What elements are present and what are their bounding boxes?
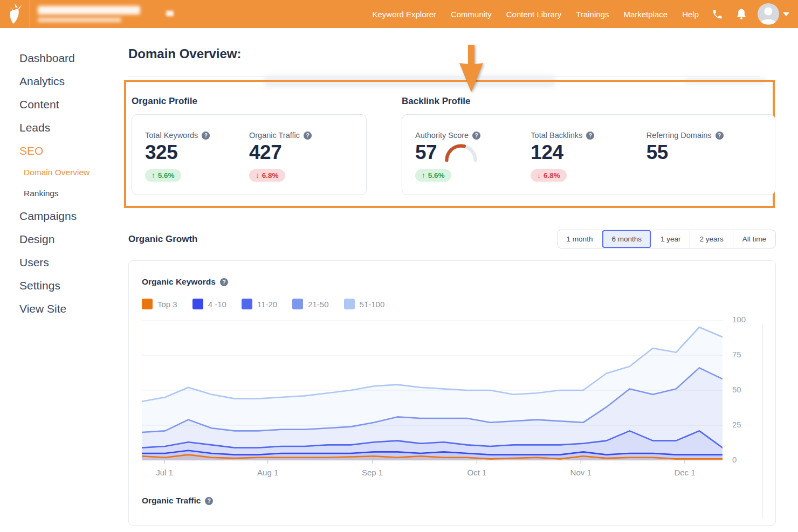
metric-total-keywords: Total Keywords ? 325 ↑ 5.6% [145, 131, 249, 182]
legend-label: Top 3 [157, 300, 177, 309]
sidebar-item-domain-overview[interactable]: Domain Overview [24, 168, 128, 177]
legend-item[interactable]: 21-50 [292, 299, 328, 309]
nav-trainings[interactable]: Trainings [576, 10, 609, 19]
legend-swatch [292, 299, 303, 309]
metric-label: Authority Score [415, 131, 469, 140]
x-axis-label: Dec 1 [674, 468, 695, 477]
phone-icon[interactable] [712, 9, 723, 20]
legend-item[interactable]: 51-100 [344, 299, 385, 309]
sidebar-item-content[interactable]: Content [19, 98, 128, 111]
trend-arrow-icon: ↑ [422, 171, 425, 179]
organic-profile-title: Organic Profile [132, 96, 367, 107]
range-1-month[interactable]: 1 month [558, 230, 603, 248]
metric-value: 124 [531, 142, 646, 164]
trend-arrow-icon: ↓ [537, 171, 541, 179]
metric-label: Referring Domains [646, 131, 712, 140]
metric-total-backlinks: Total Backlinks ? 124 ↓ 6.8% [531, 131, 646, 182]
annotation-highlight-box: Organic Profile Total Keywords ? 325 [124, 80, 775, 208]
organic-keywords-chart-title: Organic Keywords [142, 277, 216, 287]
account-switcher[interactable] [37, 0, 188, 28]
trend-arrow-icon: ↓ [256, 171, 259, 179]
legend-swatch [142, 299, 153, 309]
delta-badge: ↑ 5.6% [415, 169, 451, 182]
sidebar-item-view-site[interactable]: View Site [19, 302, 128, 315]
metric-organic-traffic: Organic Traffic ? 427 ↓ 6.8% [249, 131, 353, 182]
x-axis-label: Aug 1 [257, 468, 278, 477]
organic-profile-card: Total Keywords ? 325 ↑ 5.6% [132, 114, 367, 195]
nav-help[interactable]: Help [682, 10, 699, 19]
y-axis-label: 25 [732, 420, 741, 429]
x-axis-label: Oct 1 [467, 468, 486, 477]
help-icon[interactable]: ? [472, 132, 480, 140]
legend-swatch [242, 299, 252, 309]
nav-community[interactable]: Community [451, 10, 492, 19]
organic-growth-card: Organic Keywords ? Top 34 -1011-2021-505… [128, 260, 776, 526]
chevron-down-icon[interactable] [783, 12, 789, 16]
brand-logo[interactable] [0, 0, 30, 28]
help-icon[interactable]: ? [205, 497, 213, 505]
nav-marketplace[interactable]: Marketplace [623, 10, 668, 19]
authority-score-gauge [444, 143, 478, 162]
organic-traffic-chart-title: Organic Traffic [142, 496, 201, 506]
legend-label: 21-50 [308, 300, 328, 309]
legend-label: 51-100 [360, 300, 385, 309]
legend-label: 11-20 [257, 300, 277, 309]
metric-value: 55 [646, 142, 762, 164]
organic-keywords-chart: Jul 1Aug 1Sep 1Oct 1Nov 1Dec 1 025507510… [142, 320, 723, 480]
sidebar-item-rankings[interactable]: Rankings [24, 189, 128, 198]
top-navigation: Keyword Explorer Community Content Libra… [372, 10, 699, 19]
nav-content-library[interactable]: Content Library [506, 10, 562, 19]
sidebar: Dashboard Analytics Content Leads SEO Do… [0, 28, 128, 532]
chart-legend: Top 34 -1011-2021-5051-100 [142, 299, 762, 309]
annotation-arrow-icon [456, 45, 486, 93]
sidebar-item-leads[interactable]: Leads [19, 121, 128, 134]
metric-value: 57 [415, 142, 531, 164]
user-silhouette-icon [758, 3, 779, 25]
delta-badge: ↓ 6.8% [531, 169, 567, 182]
y-axis-label: 100 [732, 315, 746, 324]
x-axis-label: Nov 1 [570, 468, 591, 477]
metric-label: Total Keywords [145, 131, 198, 140]
x-axis-label: Sep 1 [362, 468, 383, 477]
metric-label: Organic Traffic [249, 131, 300, 140]
avatar[interactable] [758, 3, 779, 25]
y-axis-label: 75 [732, 350, 741, 359]
help-icon[interactable]: ? [220, 278, 228, 286]
area-chart-canvas [142, 320, 723, 465]
delta-badge: ↑ 5.6% [145, 169, 181, 182]
metric-value: 427 [249, 142, 353, 164]
time-range-selector: 1 month 6 months 1 year 2 years All time [557, 230, 776, 248]
sidebar-item-settings[interactable]: Settings [19, 279, 128, 292]
legend-item[interactable]: 11-20 [242, 299, 277, 309]
scrollbar-track[interactable] [762, 324, 763, 519]
range-1-year[interactable]: 1 year [651, 230, 691, 248]
page-title: Domain Overview: [128, 46, 776, 61]
help-icon[interactable]: ? [202, 132, 210, 140]
range-2-years[interactable]: 2 years [690, 230, 733, 248]
metric-value: 325 [145, 142, 249, 164]
sidebar-item-dashboard[interactable]: Dashboard [19, 52, 128, 65]
range-all-time[interactable]: All time [733, 230, 775, 248]
nav-keyword-explorer[interactable]: Keyword Explorer [372, 10, 436, 19]
range-6-months[interactable]: 6 months [602, 230, 651, 248]
sidebar-item-design[interactable]: Design [19, 233, 128, 246]
sidebar-item-analytics[interactable]: Analytics [19, 75, 128, 88]
help-icon[interactable]: ? [586, 132, 594, 140]
help-icon[interactable]: ? [304, 132, 312, 140]
metric-label: Total Backlinks [531, 131, 582, 140]
sidebar-item-campaigns[interactable]: Campaigns [19, 210, 128, 223]
legend-swatch [192, 299, 203, 309]
metric-authority-score: Authority Score ? 57 [415, 131, 531, 182]
account-domain-redacted [38, 18, 121, 22]
legend-item[interactable]: 4 -10 [192, 299, 226, 309]
legend-item[interactable]: Top 3 [142, 299, 177, 309]
account-name-redacted [38, 6, 140, 15]
organic-growth-title: Organic Growth [128, 234, 197, 245]
y-axis-label: 50 [732, 385, 741, 394]
sidebar-item-users[interactable]: Users [19, 256, 128, 269]
organic-profile-section: Organic Profile Total Keywords ? 325 [132, 88, 367, 195]
help-icon[interactable]: ? [716, 132, 724, 140]
notifications-bell-icon[interactable] [736, 8, 747, 20]
top-bar: Keyword Explorer Community Content Libra… [0, 0, 798, 28]
sidebar-item-seo[interactable]: SEO [19, 144, 128, 157]
